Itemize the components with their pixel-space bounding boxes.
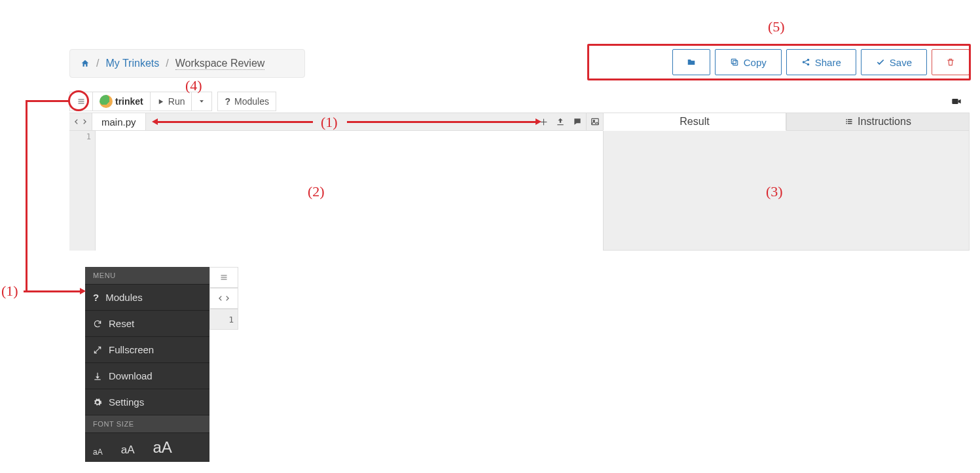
trinket-logo: trinket <box>93 92 150 111</box>
svg-point-4 <box>807 63 810 66</box>
video-icon[interactable] <box>943 92 970 111</box>
question-icon: ? <box>225 96 230 107</box>
svg-point-2 <box>803 61 805 63</box>
output-tabs: Result Instructions <box>603 113 970 131</box>
anno-label-1-left: (1) <box>1 283 18 300</box>
hamburger-icon <box>77 97 86 105</box>
question-icon: ? <box>93 292 99 303</box>
line-number: 1 <box>69 132 91 141</box>
file-tab-row: main.py <box>69 113 603 131</box>
image-icon <box>590 117 600 126</box>
save-button[interactable]: Save <box>861 49 927 75</box>
folder-button[interactable] <box>672 49 710 75</box>
line-gutter: 1 <box>69 131 96 251</box>
upload-icon <box>556 117 565 126</box>
copy-icon <box>730 58 739 67</box>
breadcrumb-sep: / <box>166 58 168 69</box>
list-icon <box>844 118 854 126</box>
breadcrumb-sep: / <box>96 58 99 69</box>
file-tab-main[interactable]: main.py <box>92 113 146 130</box>
svg-rect-6 <box>591 118 598 124</box>
home-icon[interactable] <box>81 59 90 68</box>
modules-label: Modules <box>234 96 269 107</box>
peek-nav[interactable] <box>209 288 238 309</box>
expand-icon <box>93 345 102 355</box>
font-size-header: FONT SIZE <box>85 415 209 433</box>
font-size-medium[interactable]: aA <box>121 444 135 457</box>
chevron-left-icon <box>73 118 80 126</box>
tab-instructions-label: Instructions <box>858 116 911 128</box>
svg-rect-10 <box>846 123 848 124</box>
menu-settings[interactable]: Settings <box>85 389 209 415</box>
svg-rect-1 <box>731 59 736 63</box>
code-editor[interactable]: 1 <box>69 131 603 251</box>
anno-line-topconn <box>26 100 69 102</box>
breadcrumb: / My Trinkets / Workspace Review <box>69 49 305 78</box>
svg-rect-8 <box>846 119 848 120</box>
run-dropdown[interactable] <box>192 92 212 111</box>
svg-rect-5 <box>952 99 958 104</box>
play-icon <box>157 98 164 105</box>
svg-rect-13 <box>848 123 852 124</box>
font-size-row: aA aA aA <box>85 433 209 462</box>
breadcrumb-my-trinkets[interactable]: My Trinkets <box>105 58 159 69</box>
save-label: Save <box>890 57 912 68</box>
menu-download-label: Download <box>109 370 153 381</box>
tab-instructions[interactable]: Instructions <box>786 113 970 131</box>
menu-download[interactable]: Download <box>85 363 209 389</box>
svg-point-3 <box>807 59 810 61</box>
menu-settings-label: Settings <box>109 396 144 408</box>
svg-rect-9 <box>846 121 848 122</box>
menu-modules[interactable]: ? Modules <box>85 285 209 311</box>
tab-nav[interactable] <box>69 113 92 130</box>
tab-result-label: Result <box>680 116 709 128</box>
toolbar: trinket Run ? Modules <box>69 92 970 111</box>
logo-text: trinket <box>115 96 143 107</box>
menu-reset[interactable]: Reset <box>85 311 209 337</box>
share-label: Share <box>815 57 841 68</box>
copy-label: Copy <box>744 57 767 68</box>
svg-rect-12 <box>848 121 852 122</box>
trash-icon <box>946 58 955 67</box>
menu-panel: MENU ? Modules Reset Fullscreen Download… <box>85 267 209 462</box>
tab-result[interactable]: Result <box>603 113 786 131</box>
output-body <box>603 131 970 251</box>
menu-reset-label: Reset <box>109 318 134 329</box>
comment-button[interactable] <box>569 113 586 130</box>
run-button[interactable]: Run <box>150 92 192 111</box>
peek-hamburger[interactable] <box>209 267 238 288</box>
output-pane: Result Instructions <box>603 113 970 251</box>
comment-icon <box>573 117 582 126</box>
breadcrumb-current: Workspace Review <box>175 58 265 70</box>
action-row: Copy Share Save <box>672 49 970 75</box>
gear-icon <box>93 398 102 407</box>
menu-toggle[interactable] <box>69 92 93 111</box>
plus-icon <box>539 118 548 126</box>
share-icon <box>801 58 810 67</box>
copy-button[interactable]: Copy <box>715 49 782 75</box>
folder-icon <box>686 58 697 67</box>
modules-button[interactable]: ? Modules <box>217 92 276 111</box>
font-size-large[interactable]: aA <box>153 438 172 457</box>
code-text-area[interactable] <box>96 131 603 251</box>
menu-fullscreen[interactable]: Fullscreen <box>85 337 209 363</box>
check-icon <box>876 58 885 67</box>
svg-rect-11 <box>848 119 852 120</box>
add-file-button[interactable] <box>535 113 552 130</box>
logo-icon <box>100 95 113 108</box>
download-icon <box>93 372 102 381</box>
font-size-small[interactable]: aA <box>93 447 103 457</box>
peek-line1: 1 <box>209 309 238 330</box>
caret-down-icon <box>198 98 205 105</box>
anno-line-vert <box>26 101 27 290</box>
upload-button[interactable] <box>552 113 569 130</box>
svg-rect-0 <box>733 61 737 65</box>
chevron-right-icon <box>81 118 88 126</box>
image-button[interactable] <box>586 113 603 130</box>
menu-modules-label: Modules <box>105 292 143 303</box>
share-button[interactable]: Share <box>786 49 856 75</box>
delete-button[interactable] <box>932 49 970 75</box>
anno-label-5: (5) <box>768 18 785 35</box>
refresh-icon <box>93 319 102 328</box>
anno-line-bot <box>24 290 81 292</box>
